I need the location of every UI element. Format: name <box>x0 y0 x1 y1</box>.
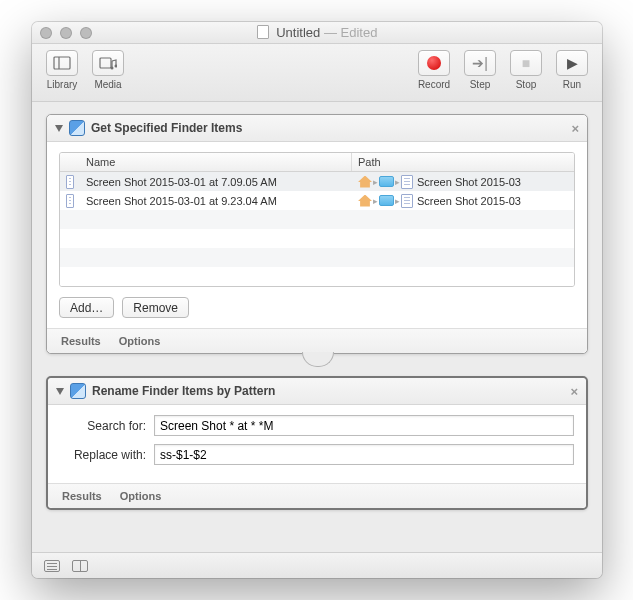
replace-with-label: Replace with: <box>60 448 146 462</box>
table-row[interactable]: Screen Shot 2015-03-01 at 7.09.05 AM ▸ ▸… <box>60 172 574 191</box>
record-button[interactable] <box>418 50 450 76</box>
file-icon <box>66 175 74 189</box>
library-button[interactable] <box>46 50 78 76</box>
action-get-specified-finder-items: Get Specified Finder Items × Name Path S… <box>46 114 588 354</box>
table-row-empty <box>60 248 574 267</box>
status-bar <box>32 552 602 578</box>
column-name[interactable]: Name <box>80 153 352 171</box>
close-light[interactable] <box>40 27 52 39</box>
step-label: Step <box>470 79 491 90</box>
table-row-empty <box>60 210 574 229</box>
step-icon: ➔| <box>472 55 488 71</box>
svg-point-3 <box>111 67 114 70</box>
stop-button[interactable]: ■ <box>510 50 542 76</box>
path-file-name: Screen Shot 2015-03 <box>417 176 521 188</box>
action-connector <box>302 353 332 367</box>
toolbar: Library Media Record ➔| Step ■ Stop <box>32 44 602 102</box>
column-view-icon[interactable] <box>72 560 88 572</box>
run-icon: ▶ <box>567 55 578 71</box>
results-tab[interactable]: Results <box>61 335 101 347</box>
finder-icon <box>69 120 85 136</box>
library-toolbar-item: Library <box>42 50 82 90</box>
svg-rect-0 <box>54 57 70 69</box>
table-header: Name Path <box>60 153 574 172</box>
home-icon <box>358 195 372 207</box>
table-row-empty <box>60 267 574 286</box>
file-icon <box>401 175 413 189</box>
options-tab[interactable]: Options <box>120 490 162 502</box>
stop-label: Stop <box>516 79 537 90</box>
action-header[interactable]: Get Specified Finder Items × <box>47 115 587 142</box>
add-button[interactable]: Add… <box>59 297 114 318</box>
file-name: Screen Shot 2015-03-01 at 7.09.05 AM <box>80 176 352 188</box>
folder-icon <box>379 176 394 187</box>
record-toolbar-item: Record <box>414 50 454 90</box>
close-icon[interactable]: × <box>570 384 578 399</box>
home-icon <box>358 176 372 188</box>
finder-icon <box>70 383 86 399</box>
action-header[interactable]: Rename Finder Items by Pattern × <box>48 378 586 405</box>
search-for-label: Search for: <box>60 419 146 433</box>
action-rename-finder-items: Rename Finder Items by Pattern × Search … <box>46 376 588 510</box>
search-for-input[interactable] <box>154 415 574 436</box>
list-view-icon[interactable] <box>44 560 60 572</box>
replace-with-input[interactable] <box>154 444 574 465</box>
table-body: Screen Shot 2015-03-01 at 7.09.05 AM ▸ ▸… <box>60 172 574 286</box>
window: Untitled — Edited Library Media Rec <box>32 22 602 578</box>
stop-toolbar-item: ■ Stop <box>506 50 546 90</box>
file-icon <box>66 194 74 208</box>
stop-icon: ■ <box>522 55 530 71</box>
run-button[interactable]: ▶ <box>556 50 588 76</box>
close-icon[interactable]: × <box>571 121 579 136</box>
svg-rect-2 <box>100 58 111 68</box>
options-tab[interactable]: Options <box>119 335 161 347</box>
window-controls <box>40 27 92 39</box>
run-label: Run <box>563 79 581 90</box>
action-title: Rename Finder Items by Pattern <box>92 384 275 398</box>
column-path[interactable]: Path <box>352 153 574 171</box>
folder-icon <box>379 195 394 206</box>
action-title: Get Specified Finder Items <box>91 121 242 135</box>
table-row[interactable]: Screen Shot 2015-03-01 at 9.23.04 AM ▸ ▸… <box>60 191 574 210</box>
title-text: Untitled <box>276 25 320 40</box>
step-toolbar-item: ➔| Step <box>460 50 500 90</box>
svg-point-4 <box>115 65 118 68</box>
file-icon <box>401 194 413 208</box>
remove-button[interactable]: Remove <box>122 297 189 318</box>
items-table: Name Path Screen Shot 2015-03-01 at 7.09… <box>59 152 575 287</box>
record-icon <box>427 56 441 70</box>
media-button[interactable] <box>92 50 124 76</box>
edited-text: Edited <box>341 25 378 40</box>
step-button[interactable]: ➔| <box>464 50 496 76</box>
results-tab[interactable]: Results <box>62 490 102 502</box>
titlebar[interactable]: Untitled — Edited <box>32 22 602 44</box>
table-row-empty <box>60 229 574 248</box>
file-name: Screen Shot 2015-03-01 at 9.23.04 AM <box>80 195 352 207</box>
window-title: Untitled — Edited <box>32 25 602 40</box>
path-file-name: Screen Shot 2015-03 <box>417 195 521 207</box>
run-toolbar-item: ▶ Run <box>552 50 592 90</box>
minimize-light[interactable] <box>60 27 72 39</box>
media-toolbar-item: Media <box>88 50 128 90</box>
document-icon <box>257 25 269 39</box>
workflow-canvas[interactable]: Get Specified Finder Items × Name Path S… <box>32 102 602 552</box>
library-label: Library <box>47 79 78 90</box>
disclosure-triangle-icon[interactable] <box>55 125 63 132</box>
record-label: Record <box>418 79 450 90</box>
disclosure-triangle-icon[interactable] <box>56 388 64 395</box>
media-label: Media <box>94 79 121 90</box>
zoom-light[interactable] <box>80 27 92 39</box>
